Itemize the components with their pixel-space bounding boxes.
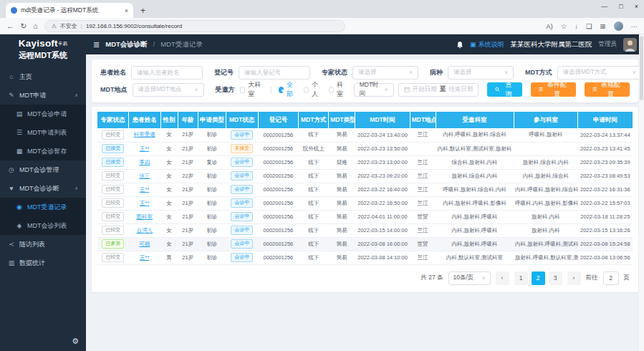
system-doc-link[interactable]: ▣ 系统说明 — [470, 40, 504, 49]
time-type-select[interactable]: MDT时间 ∨ — [354, 83, 394, 97]
cell-reg_no: 0002001256 — [258, 237, 299, 251]
cell-mdt_place — [410, 142, 436, 155]
register-no-input[interactable] — [239, 66, 310, 80]
date-range-input[interactable]: 开始日期 至 结束日期 — [398, 83, 479, 97]
sidebar-item-mdt-apply-list[interactable]: ☰MDT申请列表 — [0, 123, 86, 142]
cell-mdt_place: 兰江 — [410, 128, 436, 142]
patient-name-link[interactable]: 科室受邀 — [134, 131, 155, 138]
new-tab-button[interactable]: + — [140, 6, 145, 18]
downloads-icon[interactable]: ↓ — [575, 22, 578, 30]
sidebar-item-data-stats[interactable]: ▥数据统计 — [0, 254, 86, 272]
disease-label: 病种 — [430, 68, 443, 77]
cell-age: 21岁 — [178, 237, 198, 251]
favorite-star-icon[interactable]: ☆ — [561, 22, 567, 30]
sidebar-item-mdt-consult-apply[interactable]: ▤MDT会诊申请 — [0, 105, 86, 123]
cell-mdt_time: 2022-03-22 16:40:00 — [355, 183, 410, 196]
column-header-mdt_place: MDT地点 — [410, 112, 436, 128]
mdt-place-select[interactable]: 请选择MDT地点 ∨ — [133, 83, 204, 97]
stats-icon: ▥ — [8, 259, 15, 266]
breadcrumb-separator: / — [153, 41, 155, 48]
apply-icon: ✎ — [8, 92, 15, 99]
cell-expert_status: 已转交 — [97, 223, 128, 237]
window-minimize-icon[interactable]: — — [601, 3, 607, 10]
read-aloud-icon[interactable]: A) — [546, 22, 553, 30]
scrollbar[interactable] — [639, 34, 644, 351]
cell-apply_type: 初诊 — [198, 169, 226, 183]
sidebar-item-mdt-consult-manage[interactable]: ◷MDT会诊管理 — [0, 160, 86, 179]
sidebar-item-mdt-apply[interactable]: ✎MDT申请∧ — [0, 86, 86, 105]
chevron-up-icon: ∧ — [75, 92, 78, 98]
doc-icon: ▣ — [470, 41, 476, 48]
prev-page-button[interactable]: ‹ — [496, 271, 509, 285]
invitee-label: 受邀方 — [216, 85, 235, 95]
patient-name-input[interactable] — [131, 66, 203, 80]
page-size-select[interactable]: 10条/页 ∨ — [448, 271, 491, 285]
sidebar-item-home[interactable]: ⌂主页 — [0, 67, 86, 86]
radio-all[interactable]: 全部 — [279, 80, 297, 99]
patient-name-link[interactable]: 王** — [140, 145, 149, 152]
expert-status-tag: 已转交 — [102, 198, 124, 208]
back-icon[interactable]: ← — [6, 21, 14, 30]
url-bar[interactable]: ⚠ 不安全 | 192.168.0.156:9002/consultale/re… — [44, 20, 345, 32]
patient-name-link[interactable]: 图科室 — [136, 213, 153, 220]
search-button[interactable]: 查询 — [487, 82, 522, 97]
radio-dept[interactable]: 科室 — [329, 80, 347, 99]
cell-reg_no: 0002001256 — [258, 223, 299, 237]
gear-icon[interactable]: ⚙ — [72, 337, 79, 346]
cell-mdt_type: 简易 — [329, 183, 355, 196]
patient-name-link[interactable]: 张三 — [139, 173, 150, 179]
time-type-value: MDT时间 — [360, 81, 381, 98]
patient-name-link[interactable]: 王** — [140, 186, 149, 193]
patient-name-link[interactable]: 王** — [140, 254, 149, 261]
cell-join_depts: 内科,呼吸科,放射科,综合科 — [514, 183, 578, 196]
sidebar-item-mdt-consult-list[interactable]: ◈MDT会诊列表 — [0, 216, 86, 235]
disease-select[interactable]: 请选择 ∨ — [448, 66, 514, 80]
browser-profile-avatar[interactable] — [614, 21, 623, 31]
goto-page-input[interactable]: 2 — [603, 271, 619, 285]
column-header-mdt_mode: MDT方式 — [299, 112, 329, 128]
sidebar-item-mdt-consult-draft[interactable]: ▦MDT会诊暂存 — [0, 142, 86, 160]
tab-close-icon[interactable]: × — [125, 7, 128, 14]
table-config-button[interactable]: ☰ 表格配置 — [585, 82, 630, 97]
user-avatar[interactable] — [623, 38, 637, 52]
consult-apply-icon: ▤ — [16, 110, 23, 117]
browser-menu-icon[interactable]: ⋯ — [631, 22, 638, 30]
page-button-2[interactable]: 2 — [532, 271, 545, 285]
cell-name: 王** — [128, 183, 160, 196]
dept-group-checkbox[interactable] — [240, 87, 246, 93]
column-header-mdt_status: MDT状态 — [226, 112, 258, 128]
patient-name-link[interactable]: 李四 — [139, 159, 150, 165]
cell-apply_type: 初诊 — [198, 237, 226, 251]
collapse-menu-icon[interactable]: ≣ — [93, 40, 100, 49]
next-page-button[interactable]: › — [567, 271, 581, 285]
patient-name-link[interactable]: 可我 — [139, 241, 150, 247]
extensions-icon[interactable]: ⊞ — [600, 22, 606, 30]
cell-expert_status: 已转交 — [97, 169, 128, 183]
cell-invited_depts: 内科,默认科室,测试科室 — [436, 251, 514, 264]
cell-mdt_mode: 线下 — [299, 237, 329, 251]
sidebar-item-followup-list[interactable]: ≺随访列表 — [0, 235, 86, 254]
mdt-status-tag: 会诊中 — [231, 171, 253, 181]
collections-icon[interactable]: ❏ — [586, 22, 592, 30]
page-button-1[interactable]: 1 — [514, 271, 528, 285]
mdt-mode-select[interactable]: 请选择MDT方式 ∨ — [557, 66, 642, 80]
page-button-3[interactable]: 3 — [549, 271, 562, 285]
window-close-icon[interactable]: × — [635, 3, 638, 10]
condition-config-button[interactable]: ☰ 条件配置 — [531, 82, 576, 97]
radio-personal[interactable]: 个人 — [304, 80, 322, 99]
patient-name-link[interactable]: 台湾人 — [136, 227, 153, 234]
reload-icon[interactable]: ↻ — [21, 21, 27, 30]
sidebar-item-mdt-consult-diagnose[interactable]: ♥MDT会诊诊断∧ — [0, 179, 86, 198]
window-maximize-icon[interactable]: □ — [619, 3, 623, 10]
sidebar-item-mdt-invite-record[interactable]: ◉MDT受邀记录 — [0, 198, 86, 216]
browser-tab[interactable]: mdt受邀记录 - 远程MDT系统 × — [6, 3, 133, 18]
bell-icon[interactable] — [456, 41, 463, 49]
expert-status-select[interactable]: 请选择 ∨ — [352, 66, 418, 80]
content-area: 患者姓名 登记号 专家状态 请选择 ∨ — [86, 54, 644, 351]
patient-name-link[interactable]: 王** — [140, 200, 149, 206]
sidebar-item-label: MDT会诊申请 — [27, 110, 67, 119]
home-nav-icon[interactable]: ⌂ — [33, 21, 37, 30]
cell-mdt_status: 会诊中 — [226, 169, 258, 183]
cell-apply_type: 复诊 — [198, 155, 226, 169]
scrollbar-thumb[interactable] — [640, 36, 643, 100]
